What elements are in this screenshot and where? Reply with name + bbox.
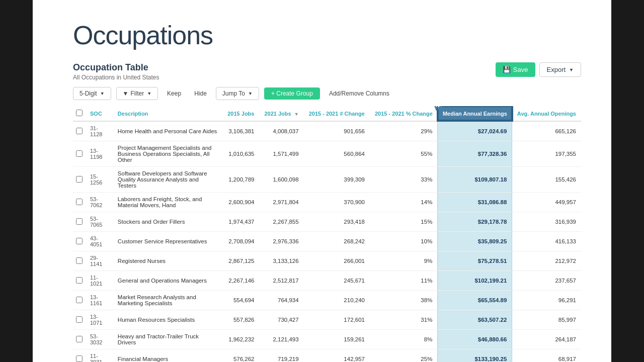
cell-jobs-2015: 1,200,789 — [222, 167, 259, 193]
cell-soc: 11-1021 — [85, 271, 113, 291]
select-all-header[interactable] — [73, 106, 85, 121]
cell-soc: 53-7062 — [85, 193, 113, 212]
row-checkbox[interactable] — [76, 150, 83, 157]
row-checkbox[interactable] — [76, 277, 83, 284]
row-checkbox[interactable] — [76, 128, 83, 134]
row-checkbox-cell[interactable] — [73, 291, 85, 310]
sort-jobs-2021-icon: ▼ — [294, 112, 299, 117]
cell-jobs-2021: 2,121,493 — [259, 330, 303, 349]
cell-jobs-2015: 2,708,094 — [222, 232, 259, 251]
cell-soc: 11-3031 — [85, 349, 113, 363]
cell-jobs-2015: 3,106,381 — [222, 121, 259, 141]
row-checkbox[interactable] — [76, 297, 83, 303]
digit-filter-button[interactable]: 5-Digit ▼ — [73, 87, 111, 100]
filter-arrow: ▼ — [147, 91, 151, 96]
cell-description: Market Research Analysts and Marketing S… — [113, 291, 222, 310]
row-checkbox[interactable] — [76, 218, 83, 225]
cell-jobs-2021: 1,571,499 — [259, 141, 303, 167]
col-header-jobs-2015[interactable]: 2015 Jobs — [222, 106, 259, 121]
col-header-jobs-2021[interactable]: 2021 Jobs ▼ — [259, 106, 303, 121]
cell-change-num: 560,864 — [304, 141, 370, 167]
cell-change-pct: 55% — [370, 141, 438, 167]
table-row: 13-1161 Market Research Analysts and Mar… — [73, 291, 581, 310]
row-checkbox-cell[interactable] — [73, 141, 85, 167]
row-checkbox[interactable] — [76, 316, 83, 323]
cell-change-num: 210,240 — [304, 291, 370, 310]
cell-avg-openings: 665,126 — [512, 121, 581, 141]
row-checkbox[interactable] — [76, 238, 83, 244]
col-header-change-num[interactable]: 2015 - 2021 # Change — [304, 106, 370, 121]
cell-description: General and Operations Managers — [113, 271, 222, 291]
col-header-description[interactable]: Description — [113, 106, 222, 121]
export-button[interactable]: Export ▼ — [539, 62, 582, 77]
row-checkbox[interactable] — [76, 355, 83, 362]
table-title: Occupation Table — [73, 62, 159, 73]
row-checkbox-cell[interactable] — [73, 271, 85, 291]
col-header-soc[interactable]: SOC — [85, 106, 113, 121]
toolbar: 5-Digit ▼ ▼ Filter ▼ Keep Hide Jump To ▼… — [73, 87, 581, 100]
hide-button[interactable]: Hide — [190, 87, 211, 100]
table-title-group: Occupation Table All Occupations in Unit… — [73, 62, 159, 81]
cell-change-pct: 33% — [370, 167, 438, 193]
cell-avg-openings: 68,917 — [512, 349, 581, 363]
cell-avg-openings: 85,997 — [512, 310, 581, 330]
select-all-checkbox[interactable] — [76, 110, 83, 116]
cell-description: Software Developers and Software Quality… — [113, 167, 222, 193]
action-buttons: 💾 Save Export ▼ — [496, 62, 581, 77]
cell-avg-openings: 416,133 — [512, 232, 581, 251]
col-header-change-pct[interactable]: 2015 - 2021 % Change — [370, 106, 438, 121]
jump-to-button[interactable]: Jump To ▼ — [216, 87, 259, 100]
cell-change-num: 159,261 — [304, 330, 370, 349]
export-dropdown-arrow: ▼ — [569, 67, 574, 72]
row-checkbox-cell[interactable] — [73, 232, 85, 251]
cell-soc: 13-1071 — [85, 310, 113, 330]
cell-change-num: 172,601 — [304, 310, 370, 330]
row-checkbox-cell[interactable] — [73, 349, 85, 363]
cell-jobs-2015: 2,867,125 — [222, 251, 259, 271]
table-row: 53-7062 Laborers and Freight, Stock, and… — [73, 193, 581, 212]
cell-jobs-2021: 4,008,037 — [259, 121, 303, 141]
cell-median-earnings: $65,554.89 — [438, 291, 512, 310]
cell-median-earnings: $109,807.18 — [438, 167, 512, 193]
cell-avg-openings: 264,187 — [512, 330, 581, 349]
cell-avg-openings: 449,957 — [512, 193, 581, 212]
table-wrapper: SOC Description 2015 Jobs 2021 Jobs ▼ 20… — [73, 106, 581, 362]
save-button[interactable]: 💾 Save — [496, 62, 535, 77]
row-checkbox[interactable] — [76, 257, 83, 264]
cell-description: Heavy and Tractor-Trailer Truck Drivers — [113, 330, 222, 349]
cell-median-earnings: $35,809.25 — [438, 232, 512, 251]
add-remove-columns-button[interactable]: Add/Remove Columns — [325, 87, 393, 100]
cell-change-num: 399,309 — [304, 167, 370, 193]
cell-avg-openings: 237,657 — [512, 271, 581, 291]
col-header-avg-openings[interactable]: Avg. Annual Openings — [512, 106, 581, 121]
digit-filter-arrow: ▼ — [100, 91, 105, 96]
keep-button[interactable]: Keep — [163, 87, 185, 100]
cell-median-earnings: $77,328.36 — [438, 141, 512, 167]
table-row: 13-1071 Human Resources Specialists 557,… — [73, 310, 581, 330]
create-group-button[interactable]: + Create Group — [264, 87, 320, 100]
cell-soc: 29-1141 — [85, 251, 113, 271]
row-checkbox-cell[interactable] — [73, 167, 85, 193]
row-checkbox-cell[interactable] — [73, 330, 85, 349]
row-checkbox-cell[interactable] — [73, 251, 85, 271]
cell-soc: 13-1161 — [85, 291, 113, 310]
row-checkbox[interactable] — [76, 336, 83, 342]
table-subtitle: All Occupations in United States — [73, 74, 159, 81]
cell-change-num: 370,900 — [304, 193, 370, 212]
cell-soc: 43-4051 — [85, 232, 113, 251]
row-checkbox[interactable] — [76, 176, 83, 183]
cell-median-earnings: $29,178.78 — [438, 212, 512, 232]
cell-change-num: 901,656 — [304, 121, 370, 141]
cell-soc: 31-1128 — [85, 121, 113, 141]
col-header-median-earnings[interactable]: ✏ Median Annual Earnings — [438, 106, 512, 121]
row-checkbox-cell[interactable] — [73, 193, 85, 212]
row-checkbox-cell[interactable] — [73, 212, 85, 232]
save-icon: 💾 — [503, 66, 511, 73]
row-checkbox[interactable] — [76, 199, 83, 205]
filter-button[interactable]: ▼ Filter ▼ — [116, 87, 158, 100]
row-checkbox-cell[interactable] — [73, 310, 85, 330]
cell-median-earnings: $133,190.25 — [438, 349, 512, 363]
row-checkbox-cell[interactable] — [73, 121, 85, 141]
page-title: Occupations — [73, 20, 581, 50]
cell-soc: 53-3032 — [85, 330, 113, 349]
